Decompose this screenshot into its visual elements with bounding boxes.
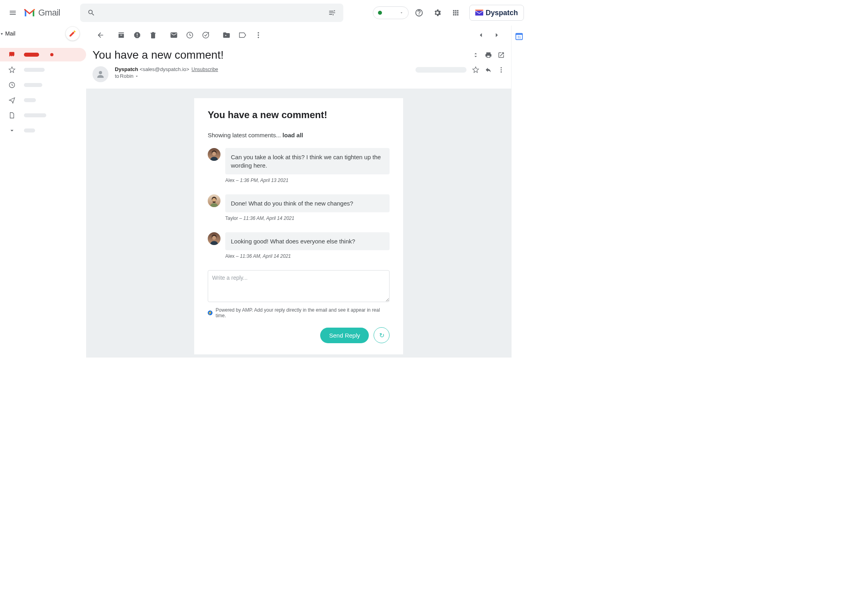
comment-avatar	[208, 148, 220, 161]
sidebar-item-more[interactable]	[0, 124, 86, 137]
sent-icon	[8, 97, 16, 104]
search-options-icon[interactable]	[324, 5, 340, 21]
svg-point-10	[501, 69, 502, 71]
comments-loading-row: Showing latest comments... load all	[208, 132, 390, 138]
svg-point-5	[258, 32, 259, 34]
svg-text:31: 31	[517, 36, 521, 39]
email-subject: You have a new comment!	[93, 49, 472, 61]
move-to-button[interactable]	[218, 27, 234, 43]
settings-icon[interactable]	[429, 5, 445, 21]
calendar-addon-icon[interactable]: 31	[515, 32, 524, 42]
star-icon	[8, 66, 16, 73]
load-all-link[interactable]: load all	[283, 132, 303, 138]
email-body-title: You have a new comment!	[208, 109, 390, 121]
chevron-down-icon	[400, 11, 403, 15]
unsubscribe-link[interactable]: Unsubscribe	[191, 67, 218, 72]
svg-point-6	[258, 34, 259, 36]
open-in-new-icon[interactable]	[498, 51, 505, 59]
comment-item: Done! What do you think of the new chang…	[208, 194, 390, 221]
received-date-placeholder	[415, 67, 466, 73]
sidebar-item-starred[interactable]	[0, 63, 86, 77]
sender-avatar	[93, 66, 108, 82]
svg-rect-19	[516, 34, 522, 35]
placeholder-label	[24, 53, 39, 57]
svg-point-13	[212, 152, 216, 156]
clock-icon	[8, 81, 16, 89]
unread-indicator-icon	[50, 53, 53, 56]
star-message-button[interactable]	[472, 66, 479, 73]
email-body: You have a new comment! Showing latest c…	[194, 98, 403, 354]
gmail-logo[interactable]: Gmail	[24, 8, 60, 18]
snooze-button[interactable]	[182, 27, 198, 43]
comment-text: Looking good! What does everyone else th…	[225, 232, 390, 250]
reply-textarea[interactable]	[208, 270, 390, 302]
inbox-icon	[8, 51, 16, 58]
svg-point-15	[212, 198, 216, 202]
comment-item: Looking good! What does everyone else th…	[208, 232, 390, 259]
reply-button[interactable]	[485, 66, 492, 73]
mail-collapse-icon[interactable]: ▾	[1, 32, 3, 36]
sidebar-item-snoozed[interactable]	[0, 78, 86, 92]
mark-unread-button[interactable]	[166, 27, 182, 43]
placeholder-label	[24, 83, 42, 87]
svg-point-7	[258, 37, 259, 38]
search-bar[interactable]	[80, 4, 343, 22]
svg-rect-0	[475, 10, 483, 16]
message-more-button[interactable]	[498, 66, 505, 73]
sidebar-item-drafts[interactable]	[0, 109, 86, 122]
compose-button[interactable]	[65, 26, 80, 41]
amp-icon: ⚡	[208, 310, 213, 315]
newer-button[interactable]	[473, 27, 489, 43]
status-active-icon	[378, 11, 382, 15]
comment-text: Done! What do you think of the new chang…	[225, 194, 390, 212]
report-spam-button[interactable]	[129, 27, 145, 43]
svg-rect-1	[475, 10, 483, 11]
refresh-button[interactable]: ↻	[374, 327, 390, 343]
back-button[interactable]	[93, 27, 108, 43]
older-button[interactable]	[489, 27, 505, 43]
file-icon	[8, 112, 16, 119]
amp-note-text: Powered by AMP. Add your reply directly …	[216, 307, 390, 318]
search-icon[interactable]	[83, 5, 99, 21]
expand-all-icon[interactable]	[472, 51, 479, 59]
sender-name: Dyspatch	[115, 66, 138, 72]
comment-timestamp: 11:36 AM, April 14 2021	[243, 215, 294, 221]
search-input[interactable]	[99, 9, 324, 16]
mail-label: Mail	[5, 30, 16, 37]
sidebar-item-inbox[interactable]	[0, 48, 86, 61]
archive-button[interactable]	[113, 27, 129, 43]
add-to-tasks-button[interactable]	[198, 27, 214, 43]
sidebar-item-sent[interactable]	[0, 93, 86, 107]
dyspatch-logo-icon	[475, 10, 483, 16]
status-selector[interactable]	[373, 6, 409, 19]
svg-point-11	[501, 71, 502, 73]
dyspatch-label: Dyspatch	[486, 9, 518, 17]
svg-point-17	[212, 236, 216, 240]
recipient-prefix: to	[115, 73, 119, 79]
sender-email: <sales@dyspatch.io>	[140, 66, 189, 72]
more-actions-button[interactable]	[250, 27, 266, 43]
apps-grid-icon[interactable]	[448, 5, 464, 21]
chevron-down-icon	[8, 127, 16, 134]
comment-author: Alex	[225, 178, 234, 183]
svg-point-8	[99, 71, 102, 74]
placeholder-label	[24, 113, 46, 117]
comment-avatar	[208, 232, 220, 245]
comment-text: Can you take a look at this? I think we …	[225, 148, 390, 174]
main-menu-button[interactable]	[3, 3, 22, 22]
recipient-name: Robin	[120, 73, 134, 79]
dyspatch-addon-button[interactable]: Dyspatch	[469, 5, 524, 21]
comment-avatar	[208, 194, 220, 207]
labels-button[interactable]	[234, 27, 250, 43]
print-icon[interactable]	[485, 51, 492, 59]
comment-author: Alex	[225, 253, 234, 259]
placeholder-label	[24, 98, 36, 102]
support-icon[interactable]	[411, 5, 427, 21]
comment-timestamp: 11:36 AM, April 14 2021	[240, 253, 291, 259]
delete-button[interactable]	[145, 27, 161, 43]
comment-timestamp: 1:36 PM, April 13 2021	[240, 178, 289, 183]
gmail-wordmark: Gmail	[38, 8, 60, 18]
show-details-icon[interactable]	[134, 74, 139, 79]
placeholder-label	[24, 128, 35, 132]
send-reply-button[interactable]: Send Reply	[320, 328, 369, 343]
